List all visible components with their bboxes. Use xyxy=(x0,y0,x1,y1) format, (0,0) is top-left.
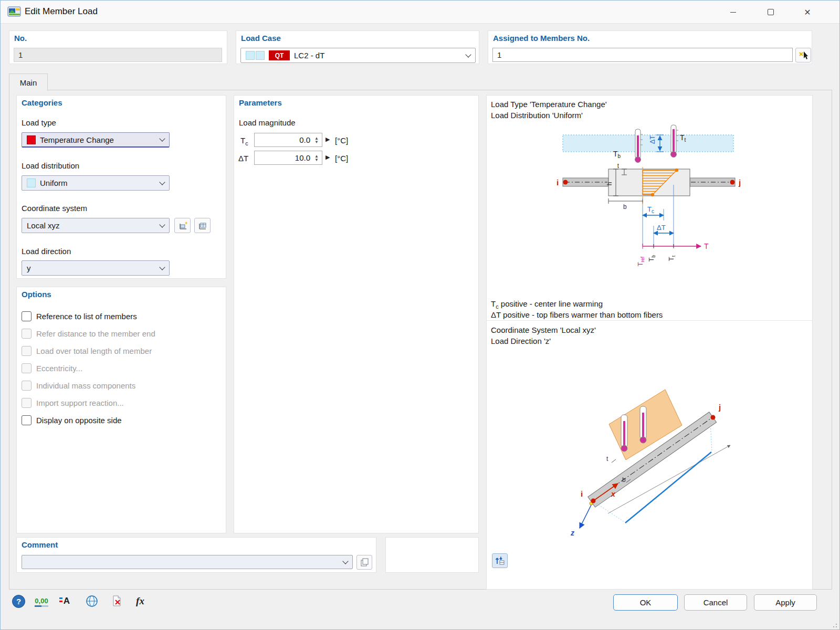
checkbox[interactable] xyxy=(22,311,32,321)
chevron-down-icon xyxy=(159,264,165,270)
preview-diagram-member: t b x z i j xyxy=(487,348,813,552)
load-direction-value: y xyxy=(27,264,31,272)
spin-down-icon[interactable]: ▼ xyxy=(314,140,319,144)
load-case-select[interactable]: QT LC2 - dT xyxy=(240,48,476,63)
pick-members-button[interactable] xyxy=(795,48,811,62)
close-icon: ✕ xyxy=(804,7,811,17)
formula-button[interactable]: fx xyxy=(132,593,149,610)
option-label: Display on opposite side xyxy=(36,416,122,425)
spin-down-icon[interactable]: ▼ xyxy=(314,158,319,162)
app-icon xyxy=(7,5,22,18)
chevron-down-icon xyxy=(342,558,348,564)
load-distribution-select[interactable]: Uniform xyxy=(22,175,170,191)
delete-load-button[interactable] xyxy=(109,593,125,610)
globe-icon xyxy=(86,595,98,607)
option-label: Eccentricity... xyxy=(36,364,82,373)
comment-copy-button[interactable] xyxy=(356,555,372,570)
node-i-label: i xyxy=(581,489,583,498)
coordinate-system-select[interactable]: Local xyz xyxy=(22,218,170,233)
preview-diagram-section: ΔT Tt Tb i j t xyxy=(487,122,813,295)
option-refer-distance: Refer distance to the member end xyxy=(22,327,221,340)
categories-title: Categories xyxy=(22,98,62,107)
edit-member-load-dialog: Edit Member Load ✕ No. Load Case QT LC2 … xyxy=(0,0,840,630)
swap-view-button[interactable] xyxy=(492,553,508,568)
option-label: Refer distance to the member end xyxy=(36,329,155,338)
display-properties-icon: A xyxy=(64,596,70,606)
help-button[interactable]: ? xyxy=(10,593,27,610)
option-import-support-reaction: Import support reaction... xyxy=(22,396,221,410)
load-type-select[interactable]: Temperature Change xyxy=(22,132,170,148)
window-title: Edit Member Load xyxy=(25,6,98,17)
load-distribution-label: Load distribution xyxy=(22,161,79,170)
assigned-members-group: Assigned to Members No. xyxy=(488,30,812,64)
apply-label: Apply xyxy=(775,598,795,607)
tc-spinner[interactable]: ▲▼ xyxy=(312,134,321,146)
axis-T-label: T xyxy=(704,242,709,250)
no-input[interactable] xyxy=(14,48,222,62)
assigned-members-input[interactable] xyxy=(492,48,793,62)
load-distribution-value: Uniform xyxy=(40,178,68,187)
cancel-button[interactable]: Cancel xyxy=(684,594,747,611)
minimize-button[interactable] xyxy=(721,3,745,21)
load-case-value: LC2 - dT xyxy=(294,51,324,60)
no-group: No. xyxy=(9,30,227,64)
resize-grip[interactable] xyxy=(833,623,838,628)
checkbox xyxy=(22,346,32,356)
dt-detail-arrow-button[interactable]: ▶ xyxy=(326,154,330,161)
dt-unit: [°C] xyxy=(335,154,348,163)
thermometer-icon xyxy=(640,406,646,443)
new-coordinate-system-button[interactable]: ✶ xyxy=(174,218,191,233)
comment-combobox[interactable] xyxy=(22,555,353,569)
node-j-label: j xyxy=(718,403,721,412)
load-direction-select[interactable]: y xyxy=(22,260,170,276)
minimize-icon xyxy=(730,12,736,13)
display-properties-button[interactable]: A xyxy=(58,593,75,610)
preview-dt-note: ΔT positive - top fibers warmer than bot… xyxy=(491,310,663,319)
no-label: No. xyxy=(14,34,27,43)
load-type-value: Temperature Change xyxy=(40,135,114,144)
preview-direction-line: Load Direction 'z' xyxy=(491,337,551,345)
spacer-panel xyxy=(385,537,479,573)
cancel-label: Cancel xyxy=(704,598,728,607)
tc-spinbox[interactable]: 0.0 ▲▼ xyxy=(254,133,322,147)
copy-icon xyxy=(360,558,369,567)
pick-cursor-icon xyxy=(798,50,808,60)
edit-coordinate-systems-button[interactable] xyxy=(194,218,211,233)
new-coordinate-system-icon: ✶ xyxy=(177,220,188,231)
maximize-button[interactable] xyxy=(759,3,783,21)
node-i-label: i xyxy=(556,178,559,187)
apply-button[interactable]: Apply xyxy=(754,594,817,611)
close-button[interactable]: ✕ xyxy=(795,3,820,21)
rendering-button[interactable] xyxy=(83,593,100,610)
tc-unit: [°C] xyxy=(335,136,348,145)
comment-group: Comment xyxy=(16,537,376,573)
preview-tc-note: Tc positive - center line warming xyxy=(491,299,603,310)
fx-icon: fx xyxy=(136,595,144,607)
tt-label: Tt xyxy=(680,133,686,143)
ok-button[interactable]: OK xyxy=(613,594,678,611)
tc-dim-label: Tc xyxy=(647,205,654,214)
load-case-type-badge: QT xyxy=(269,50,290,60)
tc-label: Tc xyxy=(240,136,248,146)
dt-spinner[interactable]: ▲▼ xyxy=(312,152,321,164)
svg-text:?: ? xyxy=(16,597,20,606)
axis-x-label: x xyxy=(611,490,616,498)
tt-axis-label: Tt xyxy=(667,255,676,261)
load-case-label: Load Case xyxy=(241,34,281,43)
option-label: Load over total length of member xyxy=(36,346,152,355)
categories-group: Categories Load type Temperature Change … xyxy=(16,95,226,279)
dt-spinbox[interactable]: 10.0 ▲▼ xyxy=(254,151,322,165)
tab-main[interactable]: Main xyxy=(9,74,48,91)
chevron-down-icon xyxy=(159,135,165,141)
help-icon: ? xyxy=(12,594,26,608)
units-icon: 0,00 xyxy=(35,596,48,607)
dim-t-label: t xyxy=(606,455,608,463)
tref-label: Tref xyxy=(636,256,645,266)
tc-detail-arrow-button[interactable]: ▶ xyxy=(326,136,330,143)
checkbox xyxy=(22,329,32,339)
checkbox[interactable] xyxy=(22,415,32,425)
units-settings-button[interactable]: 0,00 xyxy=(33,593,50,610)
coordinate-system-value: Local xyz xyxy=(27,221,60,230)
svg-text:✶: ✶ xyxy=(184,220,188,226)
preview-coordinate-line: Coordinate System 'Local xyz' xyxy=(491,326,596,334)
